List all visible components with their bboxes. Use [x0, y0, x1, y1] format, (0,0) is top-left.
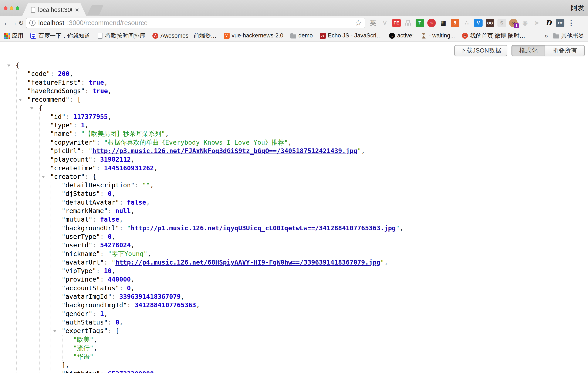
json-token-c: :: [65, 113, 73, 120]
json-token-k: "nickname": [62, 250, 100, 257]
bookmark-vue-hackernews[interactable]: Vvue-hackernews-2.0: [224, 32, 283, 39]
new-tab-button[interactable]: [87, 5, 104, 15]
json-token-p: ,: [112, 190, 116, 197]
bookmark-awesomes[interactable]: AAwesomes - 前端资…: [152, 32, 217, 40]
weibo-ext-icon[interactable]: ◉: [521, 19, 529, 27]
json-token-n: 1: [100, 310, 104, 318]
json-line: "avatarUrl": "http://p4.music.126.net/68…: [0, 258, 588, 267]
collapse-toggle-icon[interactable]: ▼: [53, 327, 56, 335]
json-token-n: 117377955: [73, 113, 108, 120]
d-letter-icon-glyph: D: [546, 20, 551, 26]
fe-toolbox-icon[interactable]: FE: [392, 19, 401, 27]
mask-icon-glyph: oo: [487, 21, 493, 25]
vue-devtools-icon[interactable]: V: [380, 19, 389, 27]
json-token-s: ": [112, 259, 116, 266]
window-maximize-button[interactable]: [16, 6, 19, 10]
json-token-p: ,: [154, 164, 158, 172]
reload-button[interactable]: ↻: [17, 19, 25, 27]
json-url-link[interactable]: http://p1.music.126.net/iqyqU3Uicq_cL00I…: [131, 224, 396, 232]
site-info-icon[interactable]: i: [29, 20, 35, 26]
extensions-strip: 英VFE品T»▦5∴VooSω1◉➤D•••: [369, 19, 564, 27]
json-line: "华语": [0, 352, 588, 361]
vimium-icon-glyph: V: [477, 21, 480, 25]
collapse-all-button[interactable]: 折叠所有: [545, 45, 585, 56]
collapse-toggle-icon[interactable]: ▼: [19, 95, 22, 104]
json-token-p: ,: [112, 233, 116, 240]
bookmark-active[interactable]: ↓active:: [389, 32, 414, 39]
page-icon: [98, 33, 103, 39]
json-token-c: :: [73, 130, 81, 137]
json-token-n: 1: [81, 121, 85, 129]
shield-t-icon-glyph: T: [418, 21, 421, 25]
tab-close-icon[interactable]: ×: [75, 6, 79, 13]
sitemap-icon[interactable]: 品: [404, 19, 412, 27]
browser-tab[interactable]: localhost:3000/recommend/re ×: [22, 3, 86, 16]
download-json-button[interactable]: 下载JSON数据: [454, 45, 507, 56]
json-token-k: "remarkName": [62, 207, 108, 214]
bookmarks-overflow-icon[interactable]: »: [545, 32, 548, 40]
hummingbird-icon-glyph: ➤: [534, 20, 539, 26]
bookmark-weibo[interactable]: 我的首页 微博-随时…: [462, 32, 525, 40]
password-box-icon[interactable]: •••: [556, 19, 564, 27]
json-token-k: "creator": [50, 173, 85, 180]
format-button[interactable]: 格式化: [512, 45, 545, 56]
address-bar[interactable]: i localhost:3000/recommend/resource ☆: [26, 18, 365, 28]
collapse-toggle-icon[interactable]: ▼: [7, 61, 10, 70]
json-token-c: :: [108, 207, 116, 214]
profile-name[interactable]: 阿发: [571, 3, 584, 12]
bookmark-apps[interactable]: 应用: [4, 32, 23, 40]
window-close-button[interactable]: [4, 6, 7, 10]
baidu-paw-icon: [30, 33, 36, 39]
qr-code-icon[interactable]: ▦: [439, 19, 448, 27]
page-favicon-icon: [31, 7, 35, 12]
json-token-k: "gender": [62, 310, 93, 318]
browser-menu-icon[interactable]: ⋮: [567, 19, 575, 27]
bookmark-baidu[interactable]: 百度一下，你就知道: [30, 32, 90, 40]
bookmark-demo[interactable]: demo: [290, 32, 313, 39]
json-token-n: 10: [104, 267, 112, 275]
json-url-link[interactable]: http://p4.music.126.net/68HSpiyAAVY-HI9-…: [116, 259, 380, 266]
collapse-toggle-icon[interactable]: ▼: [30, 104, 33, 112]
other-bookmarks-button[interactable]: 其他书签: [553, 32, 584, 40]
json-line: "detailDescription": "",: [0, 181, 588, 190]
window-minimize-button[interactable]: [10, 6, 13, 10]
mask-icon[interactable]: oo: [486, 19, 494, 27]
back-button[interactable]: ←: [3, 19, 10, 27]
collapse-toggle-icon[interactable]: ▼: [42, 172, 45, 181]
json-line: "picUrl": "http://p3.music.126.net/FJAxN…: [0, 147, 588, 155]
json-token-c: :: [119, 284, 127, 292]
json-token-p: ,: [131, 207, 135, 214]
json-token-c: :: [70, 96, 77, 103]
json-token-c: :: [100, 276, 108, 283]
json-line: "djStatus": 0,: [0, 190, 588, 198]
json-token-n: 1445160931262: [104, 164, 154, 172]
json-line: "userType": 0,: [0, 233, 588, 241]
json-token-p: [: [116, 327, 119, 334]
json-token-k: "defaultAvatar": [62, 199, 119, 206]
shield-t-icon[interactable]: T: [416, 19, 424, 27]
json-line: "nickname": "零下Young",: [0, 250, 588, 258]
bookmark-label: active:: [397, 32, 414, 39]
monkey-icon[interactable]: ω1: [509, 19, 518, 27]
s-letter-icon[interactable]: S: [497, 19, 506, 27]
json-token-p: ,: [147, 250, 151, 257]
fast-forward-icon[interactable]: »: [427, 19, 436, 27]
bookmark-label: 谷歌按时间排序: [105, 32, 145, 40]
hummingbird-icon[interactable]: ➤: [533, 19, 541, 27]
paw-icon[interactable]: ∴: [462, 19, 471, 27]
json-token-s: ": [380, 259, 384, 266]
json-token-k: "detailDescription": [62, 181, 135, 189]
bookmark-star-icon[interactable]: ☆: [355, 19, 362, 27]
bookmark-echojs[interactable]: JSEcho JS - JavaScri…: [320, 32, 382, 39]
forward-button[interactable]: →: [10, 19, 17, 27]
vue-devtools-icon-glyph: V: [383, 20, 387, 26]
html5-player-icon[interactable]: 5: [451, 19, 459, 27]
bookmark-google-sort[interactable]: 谷歌按时间排序: [97, 32, 145, 40]
json-token-p: ,: [112, 267, 116, 275]
bookmark-waiting[interactable]: - waiting...: [421, 32, 455, 39]
translate-icon[interactable]: 英: [369, 19, 377, 27]
json-token-c: :: [135, 181, 142, 189]
d-letter-icon[interactable]: D: [544, 19, 553, 27]
vimium-icon[interactable]: V: [474, 19, 483, 27]
json-url-link[interactable]: http://p3.music.126.net/FJAxNkFoq3dGiS9t…: [93, 147, 357, 155]
